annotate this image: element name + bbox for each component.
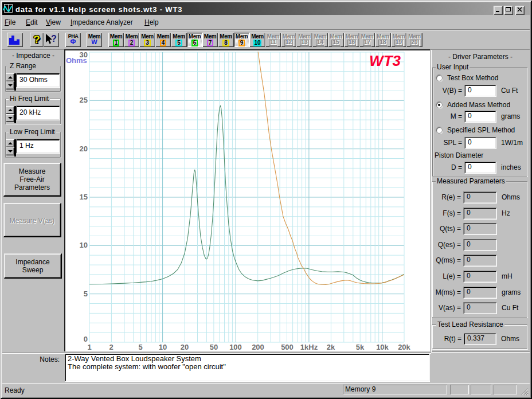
svg-text:20k: 20k [398,343,410,351]
svg-text:5: 5 [84,290,88,298]
svg-text:10k: 10k [376,343,389,351]
svg-text:10: 10 [159,343,167,351]
svg-text:15: 15 [80,193,88,201]
svg-text:100: 100 [229,343,242,351]
svg-text:500: 500 [281,343,294,351]
svg-text:2: 2 [109,343,113,351]
svg-text:5k: 5k [356,343,365,351]
svg-text:10: 10 [80,241,88,249]
svg-text:1: 1 [87,343,91,351]
svg-text:0: 0 [84,335,88,343]
svg-text:2k: 2k [327,343,335,351]
svg-text:25: 25 [80,96,88,104]
svg-text:Ohms: Ohms [66,56,87,65]
svg-text:20: 20 [181,343,189,351]
svg-text:50: 50 [210,343,218,351]
svg-text:5: 5 [138,343,142,351]
svg-text:WT3: WT3 [369,52,401,69]
svg-text:20: 20 [80,144,88,153]
svg-text:200: 200 [252,343,264,351]
svg-text:?: ? [51,34,57,44]
svg-text:1kHz: 1kHz [300,343,318,351]
